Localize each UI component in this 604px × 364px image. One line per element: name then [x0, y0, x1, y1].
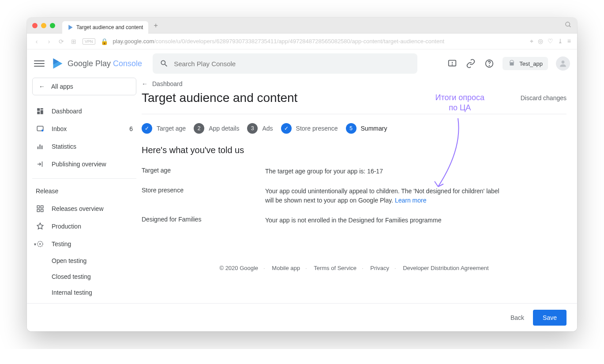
svg-marker-26 [40, 243, 41, 245]
browser-tab[interactable]: Target audience and content [62, 21, 148, 34]
section-heading: Here's what you've told us [142, 145, 566, 155]
arrow-left-icon: ← [142, 80, 148, 87]
svg-rect-23 [37, 210, 39, 212]
page-title: Target audience and content [142, 91, 297, 105]
sidebar-heading-release: Release [32, 184, 136, 200]
svg-rect-21 [37, 206, 39, 208]
row-target-age: Target age The target age group for your… [142, 167, 566, 176]
svg-marker-0 [68, 25, 72, 30]
step-store-presence[interactable]: ✓Store presence [281, 123, 338, 134]
play-icon [68, 24, 74, 30]
svg-rect-12 [37, 108, 40, 111]
inbox-count: 6 [129, 125, 133, 132]
search-box[interactable] [153, 53, 417, 74]
sidebar-item-publishing[interactable]: Publishing overview [32, 155, 136, 173]
svg-point-11 [562, 60, 565, 64]
app-selector[interactable]: Test_app [503, 57, 548, 70]
sidebar: ← All apps Dashboard Inbox 6 Statistics … [27, 78, 142, 331]
sidebar-item-inbox[interactable]: Inbox 6 [32, 120, 136, 138]
svg-rect-24 [41, 210, 43, 212]
svg-point-7 [452, 64, 453, 65]
sidebar-item-testing[interactable]: ▾ Testing [32, 235, 136, 253]
chevron-down-icon: ▾ [34, 242, 38, 247]
download-icon[interactable]: ⤓ [558, 38, 563, 45]
app-header: Google Play Console Test_app [27, 49, 577, 78]
svg-rect-18 [38, 146, 38, 149]
nav-reload-icon[interactable]: ⟳ [58, 38, 65, 45]
step-summary[interactable]: 5Summary [346, 123, 387, 134]
url-text[interactable]: play.google.com/console/u/0/developers/6… [113, 38, 525, 45]
extensions-icon[interactable]: ⊞ [70, 38, 77, 45]
window-maximize-icon[interactable] [50, 23, 55, 28]
camera-icon[interactable]: ◎ [538, 38, 543, 45]
save-button[interactable]: Save [533, 310, 566, 326]
window-minimize-icon[interactable] [41, 23, 46, 28]
menu-icon[interactable]: ≡ [567, 38, 571, 45]
back-button[interactable]: Back [510, 314, 524, 321]
search-icon [160, 59, 169, 68]
svg-rect-22 [41, 206, 43, 208]
arrow-left-icon: ← [39, 83, 45, 90]
user-avatar[interactable] [556, 56, 570, 71]
step-target-age[interactable]: ✓Target age [142, 123, 186, 134]
main-content: ← Dashboard Target audience and content … [142, 78, 577, 331]
footer-link[interactable]: Mobile app [272, 265, 300, 271]
tab-title: Target audience and content [76, 24, 143, 30]
publishing-icon [36, 160, 45, 169]
action-bar: Back Save [27, 303, 577, 331]
new-tab-button[interactable]: + [154, 22, 158, 30]
step-app-details[interactable]: 2App details [194, 123, 239, 134]
learn-more-link[interactable]: Learn more [395, 197, 427, 204]
footer-link[interactable]: Privacy [370, 265, 389, 271]
svg-rect-13 [41, 108, 43, 109]
svg-rect-14 [41, 110, 43, 114]
lock-icon: 🔒 [101, 38, 108, 45]
feedback-icon[interactable] [447, 58, 458, 69]
breadcrumb[interactable]: ← Dashboard [142, 80, 566, 87]
vpn-badge: VPN [83, 38, 95, 45]
help-icon[interactable] [484, 58, 495, 69]
nav-forward-icon[interactable]: › [45, 38, 53, 45]
reader-icon[interactable]: ⌖ [530, 38, 533, 45]
check-icon: ✓ [281, 123, 292, 134]
heart-icon[interactable]: ♡ [548, 38, 553, 45]
play-console-logo[interactable]: Google Play Console [52, 57, 142, 70]
dashboard-icon [36, 107, 45, 116]
footer-link[interactable]: Developer Distribution Agreement [403, 265, 488, 271]
step-ads[interactable]: 3Ads [247, 123, 273, 134]
statistics-icon [36, 142, 45, 151]
sidebar-item-statistics[interactable]: Statistics [32, 138, 136, 155]
sidebar-item-dashboard[interactable]: Dashboard [32, 102, 136, 120]
check-icon: ✓ [142, 123, 152, 134]
browser-url-bar: ‹ › ⟳ ⊞ VPN 🔒 play.google.com/console/u/… [27, 34, 577, 49]
search-input[interactable] [174, 60, 410, 68]
row-store-presence: Store presence Your app could unintentio… [142, 187, 566, 205]
search-tabs-icon[interactable] [565, 21, 572, 30]
footer: © 2020 Google· Mobile app· Terms of Serv… [142, 265, 566, 271]
sidebar-sub-open-testing[interactable]: Open testing [32, 253, 136, 269]
stepper: ✓Target age 2App details 3Ads ✓Store pre… [142, 123, 566, 134]
sidebar-item-releases-overview[interactable]: Releases overview [32, 200, 136, 218]
all-apps-button[interactable]: ← All apps [32, 78, 136, 95]
link-icon[interactable] [465, 58, 476, 69]
sidebar-item-production[interactable]: Production [32, 218, 136, 235]
menu-toggle-button[interactable] [34, 58, 45, 69]
svg-rect-15 [37, 112, 40, 114]
nav-back-icon[interactable]: ‹ [33, 38, 40, 45]
sidebar-sub-internal-testing[interactable]: Internal testing [32, 285, 136, 300]
svg-rect-19 [40, 145, 41, 150]
row-designed-families: Designed for Families Your app is not en… [142, 216, 566, 225]
svg-rect-10 [510, 63, 514, 66]
discard-changes-button[interactable]: Discard changes [521, 94, 566, 101]
window-close-icon[interactable] [32, 23, 38, 28]
play-logo-icon [52, 57, 64, 70]
svg-line-2 [569, 26, 570, 27]
production-icon [36, 222, 45, 231]
releases-icon [36, 204, 45, 213]
inbox-icon [36, 124, 45, 133]
footer-link[interactable]: Terms of Service [314, 265, 356, 271]
svg-point-1 [566, 22, 570, 26]
svg-rect-20 [41, 146, 42, 149]
window-titlebar: Target audience and content + [27, 18, 577, 34]
sidebar-sub-closed-testing[interactable]: Closed testing [32, 269, 136, 285]
